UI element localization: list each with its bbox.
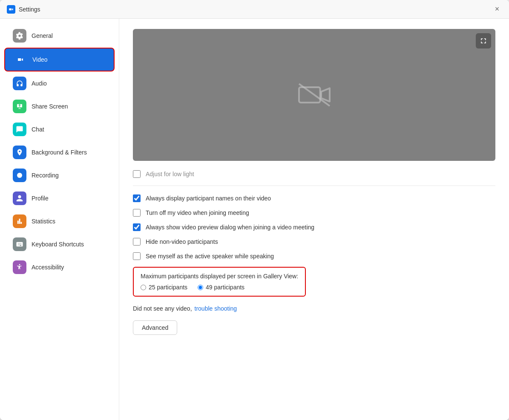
gallery-options: 25 participants 49 participants <box>141 284 298 291</box>
option-row-3: Always show video preview dialog when jo… <box>133 220 495 234</box>
close-button[interactable]: × <box>492 4 502 14</box>
sidebar: General Video Audio Sha <box>0 19 119 420</box>
accessibility-label: Accessibility <box>32 264 64 271</box>
recording-label: Recording <box>32 172 59 179</box>
sidebar-item-audio[interactable]: Audio <box>4 72 115 94</box>
profile-icon <box>13 191 26 205</box>
sidebar-item-share-screen[interactable]: Share Screen <box>4 95 115 117</box>
radio-25-text: 25 participants <box>149 284 187 291</box>
divider1 <box>133 186 495 186</box>
option1-checkbox[interactable] <box>133 194 141 202</box>
sidebar-item-background[interactable]: Background & Filters <box>4 141 115 163</box>
content-area: Adjust for low light Always display part… <box>119 19 509 420</box>
sidebar-item-recording[interactable]: Recording <box>4 164 115 186</box>
gallery-title: Maximum participants displayed per scree… <box>141 273 298 280</box>
option5-label: See myself as the active speaker while s… <box>146 253 274 260</box>
sidebar-item-statistics[interactable]: Statistics <box>4 210 115 232</box>
accessibility-icon <box>13 260 26 274</box>
main-content: General Video Audio Sha <box>0 19 509 420</box>
video-preview <box>133 29 495 161</box>
option2-label: Turn off my video when joining meeting <box>146 209 249 216</box>
option-row-1: Always display participant names on thei… <box>133 191 495 206</box>
sidebar-item-profile[interactable]: Profile <box>4 187 115 209</box>
troubleshoot-row: Did not see any video, trouble shooting <box>133 305 495 312</box>
radio-25-label[interactable]: 25 participants <box>141 284 187 291</box>
svg-point-0 <box>17 173 22 178</box>
sidebar-item-accessibility[interactable]: Accessibility <box>4 256 115 278</box>
option4-label: Hide non-video participants <box>146 238 218 245</box>
profile-label: Profile <box>32 195 49 202</box>
share-screen-icon <box>13 100 26 113</box>
fullscreen-icon <box>479 37 488 45</box>
troubleshoot-prefix: Did not see any video, <box>133 305 192 312</box>
sidebar-item-chat[interactable]: Chat <box>4 118 115 140</box>
svg-rect-1 <box>299 87 320 103</box>
option-row-5: See myself as the active speaker while s… <box>133 249 495 263</box>
app-icon <box>7 5 15 14</box>
camera-off-icon <box>297 82 331 108</box>
background-label: Background & Filters <box>32 149 87 156</box>
option2-checkbox[interactable] <box>133 209 141 217</box>
option3-label: Always show video preview dialog when jo… <box>146 224 314 231</box>
stats-icon <box>13 214 26 228</box>
low-light-checkbox[interactable] <box>133 170 141 178</box>
radio-49-text: 49 participants <box>206 284 244 291</box>
radio-49[interactable] <box>198 285 203 290</box>
recording-icon <box>13 169 26 182</box>
gear-icon <box>13 29 26 43</box>
general-label: General <box>32 32 53 39</box>
video-camera-icon <box>14 53 27 66</box>
audio-label: Audio <box>32 80 47 87</box>
low-light-row: Adjust for low light <box>133 168 495 180</box>
low-light-label: Adjust for low light <box>146 171 194 177</box>
title-bar: Settings × <box>0 0 509 19</box>
option5-checkbox[interactable] <box>133 252 141 260</box>
option3-checkbox[interactable] <box>133 223 141 231</box>
advanced-button[interactable]: Advanced <box>133 320 177 335</box>
troubleshoot-link[interactable]: trouble shooting <box>195 305 237 312</box>
share-screen-label: Share Screen <box>32 103 68 110</box>
fullscreen-button[interactable] <box>476 33 491 49</box>
video-label: Video <box>32 56 48 63</box>
option-row-4: Hide non-video participants <box>133 234 495 249</box>
headphone-icon <box>13 77 26 90</box>
keyboard-icon <box>13 237 26 251</box>
chat-label: Chat <box>32 126 44 133</box>
option1-label: Always display participant names on thei… <box>146 195 271 202</box>
settings-window: Settings × General Video <box>0 0 509 420</box>
zoom-logo <box>8 6 14 12</box>
radio-49-label[interactable]: 49 participants <box>198 284 244 291</box>
radio-25[interactable] <box>141 285 146 290</box>
sidebar-item-keyboard[interactable]: Keyboard Shortcuts <box>4 233 115 255</box>
option4-checkbox[interactable] <box>133 238 141 246</box>
gallery-view-box: Maximum participants displayed per scree… <box>133 267 306 297</box>
window-title: Settings <box>19 6 492 13</box>
chat-icon <box>13 123 26 136</box>
background-icon <box>13 146 26 159</box>
keyboard-label: Keyboard Shortcuts <box>32 241 84 248</box>
option-row-2: Turn off my video when joining meeting <box>133 206 495 220</box>
statistics-label: Statistics <box>32 218 55 225</box>
sidebar-item-video[interactable]: Video <box>4 48 115 71</box>
sidebar-item-general[interactable]: General <box>4 25 115 47</box>
